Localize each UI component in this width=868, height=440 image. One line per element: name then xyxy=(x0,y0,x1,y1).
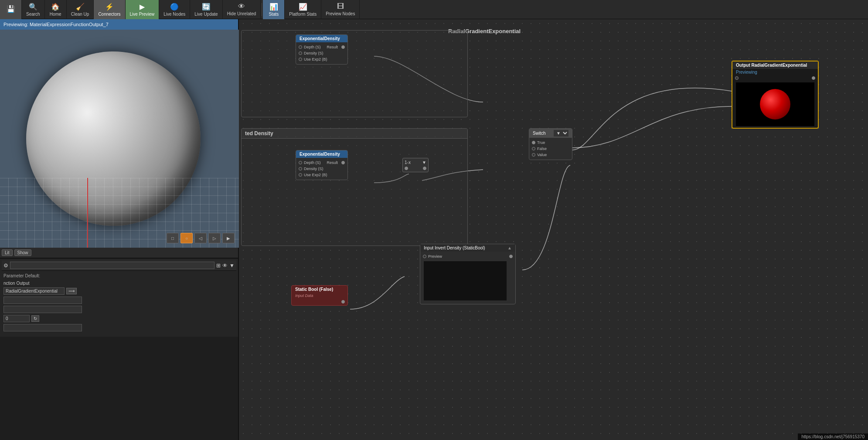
home-label: Home xyxy=(50,12,61,17)
search-icon: 🔍 xyxy=(29,3,37,11)
output-left-pin[interactable] xyxy=(735,76,739,80)
invert-title: Input Invert Density (StaticBool) ▲ xyxy=(420,244,515,252)
params-arrow-icon[interactable]: ▼ xyxy=(229,263,235,269)
switch-true-pin[interactable] xyxy=(532,141,535,144)
live-nodes-button[interactable]: 🔵 Live Nodes xyxy=(159,0,190,19)
url-bar: https://blog.csdn.net/j756915370 xyxy=(798,433,868,440)
params-toolbar: ⚙ ⊞ 👁 ▼ xyxy=(2,260,236,271)
live-preview-label: Live Preview xyxy=(130,12,155,17)
onex-pin-right[interactable] xyxy=(423,167,426,170)
sphere-viewport[interactable]: □ ○ ◁ ▷ ▶ xyxy=(0,30,239,248)
show-button[interactable]: Show xyxy=(14,249,31,256)
exponential-density-node-2[interactable]: ExponentialDensity Depth (S) Result Dens… xyxy=(296,150,348,180)
viewport-buttons: □ ○ ◁ ▷ ▶ xyxy=(167,233,235,243)
exp-density-1-title-text: ExponentialDensity xyxy=(300,36,340,41)
output-red-sphere xyxy=(760,89,790,119)
invert-collapse-btn[interactable]: ▲ xyxy=(507,246,512,250)
live-update-button[interactable]: 🔄 Live Update xyxy=(190,0,222,19)
node-graph[interactable]: RadialGradientExponential ExponentialDen… xyxy=(239,19,868,440)
switch-dropdown[interactable]: ▼ xyxy=(554,130,568,136)
output-preview-label-text: Previewing xyxy=(736,70,757,75)
invert-title-text: Input Invert Density (StaticBool) xyxy=(424,246,485,250)
invert-preview-area xyxy=(424,261,507,300)
invert-body: Preview xyxy=(420,252,515,304)
group-box-2-title-text: ted Density xyxy=(245,130,273,136)
stats-label: Stats xyxy=(269,12,279,17)
invert-out-pin[interactable] xyxy=(509,255,513,258)
vp-btn-2[interactable]: ○ xyxy=(180,233,193,243)
separator-1 xyxy=(262,3,262,16)
red-line xyxy=(87,178,88,248)
function-output-label: nction Output xyxy=(3,281,235,286)
cleanup-label: Clean Up xyxy=(71,12,89,17)
pin-exp2-in-1[interactable] xyxy=(299,58,302,61)
connectors-button[interactable]: ⚡ Connectors xyxy=(94,0,125,19)
function-output-section: nction Output ⟶ ↻ xyxy=(2,279,236,335)
switch-pin-true: True xyxy=(529,140,572,146)
onex-node[interactable]: 1-x ▼ xyxy=(402,158,429,172)
pin-row-density-2: Density (S) xyxy=(296,166,347,172)
vp-btn-3[interactable]: ◁ xyxy=(194,233,207,243)
exponential-density-node-1[interactable]: ExponentialDensity Depth (S) Result Dens… xyxy=(296,34,348,65)
switch-pin-value: Value xyxy=(529,152,572,158)
onex-dropdown-icon[interactable]: ▼ xyxy=(422,160,426,165)
param-default-label: Parameter Default: xyxy=(2,273,236,279)
pin-depth-label-2: Depth (S) xyxy=(304,160,321,165)
static-bool-subtitle-text: Input Data xyxy=(295,293,313,298)
lit-button[interactable]: Lit xyxy=(2,249,13,256)
pin-exp2-in-2[interactable] xyxy=(299,173,302,177)
output-node[interactable]: Output RadialGradientExponential Preview… xyxy=(732,61,819,129)
pin-density-in-1[interactable] xyxy=(299,51,302,55)
exp-density-2-title-text: ExponentialDensity xyxy=(300,152,340,157)
vp-btn-5[interactable]: ▶ xyxy=(222,233,235,243)
invert-preview-pin[interactable] xyxy=(423,255,426,258)
switch-value-pin[interactable] xyxy=(532,153,535,157)
home-button[interactable]: 🏠 Home xyxy=(45,0,67,19)
static-bool-node[interactable]: Static Bool (False) Input Data xyxy=(291,285,348,306)
exp-density-1-body: Depth (S) Result Density (S) Use Exp2 (B… xyxy=(296,42,347,64)
fo-wide-input[interactable] xyxy=(3,324,82,331)
live-preview-button[interactable]: ▶ Live Preview xyxy=(126,0,160,19)
fo-spin-button[interactable]: ↻ xyxy=(31,315,39,322)
cleanup-button[interactable]: 🧹 Clean Up xyxy=(67,0,94,19)
params-gear-icon[interactable]: ⚙ xyxy=(3,263,8,269)
pin-depth-in-1[interactable] xyxy=(299,45,302,49)
pin-row-exp2-2: Use Exp2 (B) xyxy=(296,172,347,178)
pin-density-in-2[interactable] xyxy=(299,167,302,171)
switch-value-label: Value xyxy=(537,153,547,157)
output-right-pin[interactable] xyxy=(812,76,815,80)
hide-unrelated-button[interactable]: 👁 Hide Unrelated xyxy=(223,0,261,19)
pin-result-out-2[interactable] xyxy=(341,161,345,164)
onex-pin-left[interactable] xyxy=(405,167,408,170)
pin-depth-in-2[interactable] xyxy=(299,161,302,164)
save-button[interactable]: 💾 xyxy=(0,0,22,19)
invert-node[interactable]: Input Invert Density (StaticBool) ▲ Prev… xyxy=(420,244,516,304)
save-icon: 💾 xyxy=(7,5,15,13)
preview-nodes-button[interactable]: 🎞 Preview Nodes xyxy=(321,0,360,19)
search-button[interactable]: 🔍 Search xyxy=(22,0,45,19)
params-eye-icon[interactable]: 👁 xyxy=(222,263,228,269)
fo-number-input[interactable] xyxy=(3,315,30,322)
pin-row-depth-1: Depth (S) Result xyxy=(296,44,347,50)
vp-btn-1[interactable]: □ xyxy=(167,233,179,243)
fo-text-input-2[interactable] xyxy=(3,306,82,313)
stats-button[interactable]: 📊 Stats xyxy=(263,0,285,19)
static-bool-out-pin[interactable] xyxy=(341,300,345,304)
fo-arrow-btn[interactable]: ⟶ xyxy=(66,288,77,294)
vp-btn-4[interactable]: ▷ xyxy=(208,233,221,243)
platform-stats-button[interactable]: 📈 Platform Stats xyxy=(285,0,321,19)
fo-text-input-1[interactable] xyxy=(3,297,82,304)
fo-value-input[interactable] xyxy=(3,287,65,295)
live-update-icon: 🔄 xyxy=(202,3,211,11)
switch-node[interactable]: Switch ▼ True False Value xyxy=(529,128,572,160)
pin-exp2-label-1: Use Exp2 (B) xyxy=(304,57,327,61)
switch-title: Switch ▼ xyxy=(529,129,572,138)
pin-result-out-1[interactable] xyxy=(341,45,345,49)
exp-density-1-title: ExponentialDensity xyxy=(296,35,347,42)
params-search-input[interactable] xyxy=(10,262,214,269)
pin-result-label-2: Result xyxy=(327,160,338,165)
params-grid-icon[interactable]: ⊞ xyxy=(216,263,221,269)
fo-input-row-2 xyxy=(3,297,235,304)
invert-preview-label: Preview xyxy=(428,254,442,259)
switch-false-pin[interactable] xyxy=(532,147,535,150)
